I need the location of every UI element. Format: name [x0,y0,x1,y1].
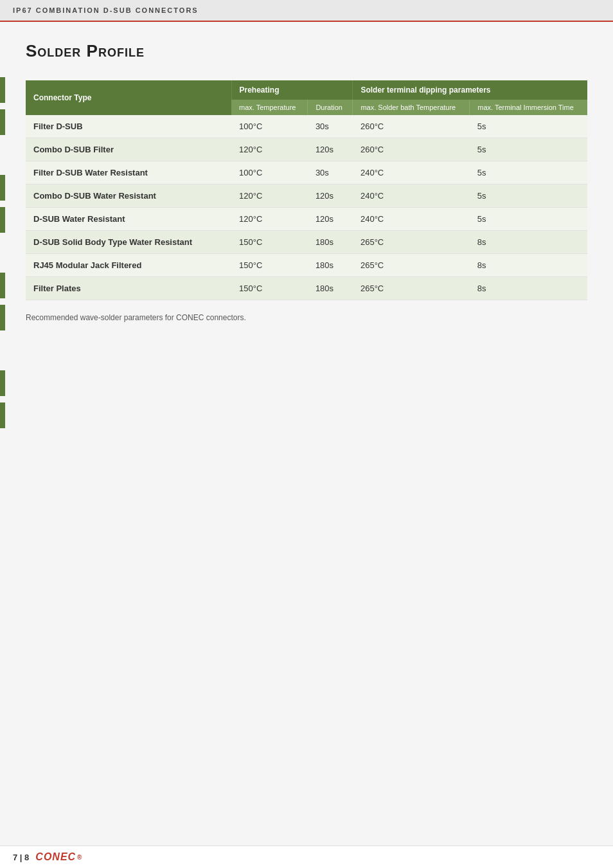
table-row: RJ45 Modular Jack Filtered150°C180s265°C… [26,254,587,277]
solder-profile-table: Connector Type Preheating Solder termina… [26,80,587,300]
cell-duration: 180s [308,254,353,277]
table-row: D-SUB Solid Body Type Water Resistant150… [26,231,587,254]
cell-duration: 30s [308,161,353,185]
table-row: D-SUB Water Resistant120°C120s240°C5s [26,208,587,231]
page-number: 7 | 8 [13,853,29,862]
cell-immersion-time: 8s [470,277,587,300]
cell-solder-bath-temp: 265°C [353,231,470,254]
footer: 7 | 8 CONEC ® [0,845,613,868]
cell-connector-type: Filter D-SUB Water Resistant [26,161,231,185]
cell-connector-type: Filter D-SUB [26,115,231,138]
cell-duration: 180s [308,277,353,300]
col-header-solder-dipping: Solder terminal dipping parameters [353,80,587,100]
cell-duration: 120s [308,138,353,161]
col-header-duration: Duration [308,100,353,115]
page-wrapper: Solder Profile Connector Type Preheating… [0,22,613,341]
cell-connector-type: Filter Plates [26,277,231,300]
col-header-immersion: max. Terminal Immersion Time [470,100,587,115]
cell-max-temperature: 120°C [231,138,308,161]
table-row: Filter Plates150°C180s265°C8s [26,277,587,300]
cell-max-temperature: 100°C [231,161,308,185]
cell-immersion-time: 8s [470,231,587,254]
cell-max-temperature: 150°C [231,231,308,254]
cell-duration: 30s [308,115,353,138]
cell-connector-type: Combo D-SUB Filter [26,138,231,161]
table-row: Combo D-SUB Water Resistant120°C120s240°… [26,185,587,208]
cell-immersion-time: 8s [470,254,587,277]
cell-solder-bath-temp: 240°C [353,161,470,185]
cell-immersion-time: 5s [470,161,587,185]
col-header-preheating: Preheating [231,80,353,100]
cell-max-temperature: 120°C [231,208,308,231]
cell-immersion-time: 5s [470,208,587,231]
cell-immersion-time: 5s [470,138,587,161]
cell-duration: 180s [308,231,353,254]
cell-duration: 120s [308,208,353,231]
accent-block-8 [0,402,5,428]
cell-solder-bath-temp: 260°C [353,115,470,138]
col-header-solder-bath: max. Solder bath Temperature [353,100,470,115]
conec-logo: CONEC ® [35,851,82,863]
table-row: Filter D-SUB100°C30s260°C5s [26,115,587,138]
section-title: Solder Profile [26,41,587,61]
top-bar: IP67 Combination D-SUB Connectors [0,0,613,22]
cell-max-temperature: 150°C [231,277,308,300]
table-row: Filter D-SUB Water Resistant100°C30s240°… [26,161,587,185]
cell-solder-bath-temp: 265°C [353,254,470,277]
cell-immersion-time: 5s [470,185,587,208]
table-row: Combo D-SUB Filter120°C120s260°C5s [26,138,587,161]
cell-connector-type: Combo D-SUB Water Resistant [26,185,231,208]
cell-duration: 120s [308,185,353,208]
footnote: Recommended wave-solder parameters for C… [26,313,587,322]
cell-max-temperature: 100°C [231,115,308,138]
cell-max-temperature: 150°C [231,254,308,277]
cell-solder-bath-temp: 260°C [353,138,470,161]
cell-connector-type: RJ45 Modular Jack Filtered [26,254,231,277]
cell-connector-type: D-SUB Water Resistant [26,208,231,231]
cell-solder-bath-temp: 240°C [353,185,470,208]
top-bar-title: IP67 Combination D-SUB Connectors [13,6,199,14]
cell-immersion-time: 5s [470,115,587,138]
col-header-max-temp: max. Temperature [231,100,308,115]
cell-solder-bath-temp: 265°C [353,277,470,300]
logo-text: CONEC [35,851,76,863]
cell-solder-bath-temp: 240°C [353,208,470,231]
cell-connector-type: D-SUB Solid Body Type Water Resistant [26,231,231,254]
accent-block-7 [0,370,5,396]
logo-reg: ® [77,854,82,861]
cell-max-temperature: 120°C [231,185,308,208]
col-header-connector-type: Connector Type [26,80,231,115]
